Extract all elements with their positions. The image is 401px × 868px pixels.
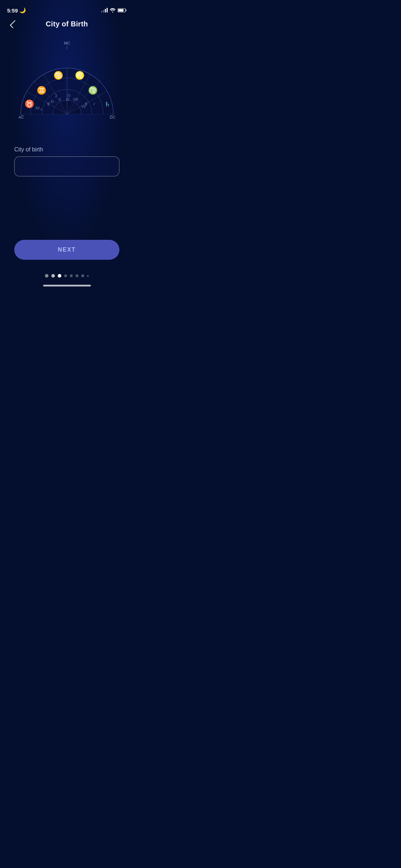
svg-text:XII: XII: [35, 106, 39, 110]
svg-text:XI: XI: [50, 100, 53, 104]
svg-text:♉: ♉: [24, 99, 34, 109]
dot-1: [45, 274, 48, 278]
header: City of Birth: [0, 16, 134, 32]
svg-text:♍: ♍: [88, 86, 98, 95]
moon-icon: 🌙: [19, 7, 26, 14]
back-chevron-icon: [10, 20, 18, 28]
svg-text:♊: ♊: [36, 86, 46, 95]
ac-label: AC: [19, 115, 24, 119]
svg-text:♄: ♄: [104, 101, 110, 108]
city-input[interactable]: [14, 156, 119, 176]
svg-rect-1: [118, 9, 124, 12]
wifi-icon: [110, 8, 115, 12]
dot-5: [70, 274, 73, 277]
svg-text:IX: IX: [66, 98, 70, 102]
dot-6: [76, 274, 78, 277]
dot-8: [87, 275, 89, 277]
next-button[interactable]: NEXT: [14, 240, 119, 260]
home-indicator: [43, 285, 91, 286]
svg-text:☽: ☽: [53, 93, 57, 98]
page-title: City of Birth: [46, 20, 88, 28]
dot-2: [51, 274, 55, 278]
svg-text:☿: ☿: [47, 102, 49, 107]
svg-text:♀: ♀: [40, 107, 43, 112]
wheel-svg: MC: [14, 40, 120, 125]
svg-text:X: X: [58, 98, 61, 102]
city-input-label: City of birth: [14, 146, 119, 153]
svg-text:VII: VII: [81, 105, 85, 109]
dot-4: [64, 274, 67, 277]
dot-3: [58, 274, 61, 278]
astrology-wheel: MC: [0, 40, 134, 125]
status-icons: [101, 8, 127, 12]
mc-label: MC: [64, 41, 70, 45]
svg-text:VIII: VIII: [73, 98, 78, 102]
back-button[interactable]: [7, 19, 19, 30]
city-input-section: City of birth: [0, 146, 134, 176]
status-time: 5:59 🌙: [7, 7, 26, 14]
svg-text:♋: ♋: [53, 71, 63, 80]
dc-label: DC: [110, 115, 115, 119]
signal-icon: [101, 8, 108, 12]
svg-text:♂: ♂: [92, 102, 96, 107]
dot-7: [81, 274, 84, 277]
clock-time: 5:59: [7, 7, 18, 14]
svg-text:♌: ♌: [74, 71, 84, 80]
pagination-dots: [45, 274, 89, 278]
status-bar: 5:59 🌙: [0, 0, 134, 16]
battery-icon: [118, 8, 127, 12]
